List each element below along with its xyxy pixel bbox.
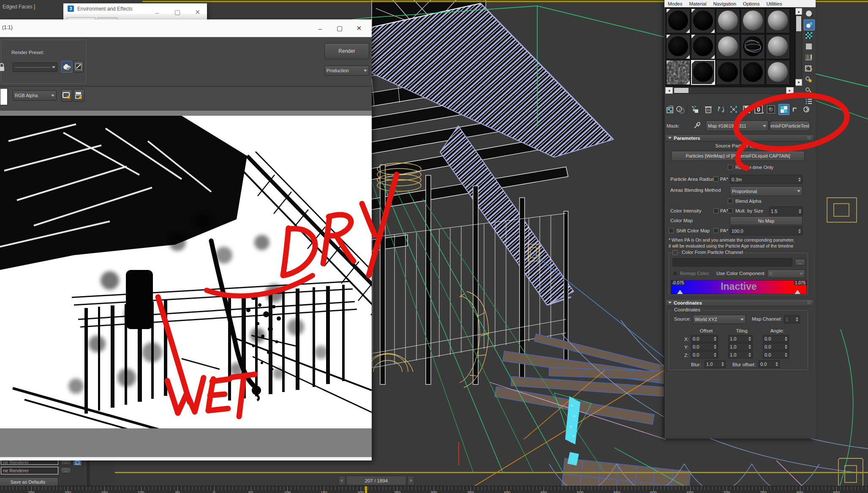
channel-field[interactable] [672, 258, 792, 267]
reset-map-icon[interactable] [716, 104, 726, 114]
z-offset-spinner[interactable]: 0.0 [691, 351, 718, 359]
spinner-arrows[interactable] [714, 353, 716, 357]
spinner-arrows[interactable] [748, 337, 751, 341]
y-angle-spinner[interactable]: 0.0 [763, 343, 789, 351]
spinner-arrows[interactable] [714, 345, 716, 349]
samples-scroll-down-button[interactable]: ▾ [795, 79, 802, 86]
color-map-button[interactable]: No Map [730, 216, 803, 225]
menu-navigation[interactable]: Navigation [713, 1, 736, 6]
sample-type-icon[interactable] [804, 8, 814, 19]
make-preview-icon[interactable] [804, 63, 814, 74]
material-sample-2[interactable] [691, 8, 715, 33]
y-offset-spinner[interactable]: 0.0 [691, 343, 718, 351]
particle-area-radius-pa-checkbox[interactable] [713, 177, 718, 182]
gradient-marker-left-icon[interactable] [677, 290, 683, 294]
source-dropdown[interactable]: World XYZ [693, 315, 746, 324]
map-type-button[interactable]: enixFDParticleText [770, 121, 810, 131]
map-name-dropdown[interactable]: Map #1861902311 [706, 120, 768, 131]
rfw-horizontal-scrollbar[interactable] [0, 457, 372, 460]
color-from-channel-checkbox[interactable] [672, 250, 678, 255]
save-image-button[interactable] [61, 89, 72, 102]
rfw-minimize-button[interactable]: – [311, 19, 329, 37]
eyedropper-icon[interactable] [692, 120, 702, 130]
show-map-in-viewport-icon[interactable] [778, 104, 789, 115]
show-background-icon[interactable] [766, 104, 776, 114]
spinner-arrows[interactable] [785, 353, 787, 357]
spinner-arrows[interactable] [748, 353, 751, 357]
material-id-icon[interactable]: 0 [754, 104, 764, 114]
next-frame-button[interactable]: > [407, 476, 414, 485]
viewport-label[interactable]: Edged Faces ] [3, 4, 35, 10]
material-sample-11[interactable] [666, 60, 690, 85]
material-sample-5[interactable] [766, 8, 790, 33]
material-sample-6[interactable] [666, 34, 690, 59]
current-frame-marker[interactable] [365, 486, 367, 493]
menu-options[interactable]: Options [743, 1, 760, 6]
go-to-parent-icon[interactable] [790, 104, 800, 114]
material-sample-12[interactable] [691, 60, 715, 85]
y-tiling-spinner[interactable]: 1.0 [728, 343, 753, 351]
env-minimize-button[interactable]: – [148, 3, 166, 21]
spinner-arrows[interactable] [785, 337, 787, 341]
spinner-arrows[interactable] [721, 362, 724, 366]
spinner-arrows[interactable] [796, 317, 798, 321]
spinner-arrows[interactable] [775, 362, 778, 366]
samples-hscroll-thumb[interactable] [674, 88, 688, 93]
source-particle-button[interactable]: Particles [WetMap] of [PhoenixFDLiquid C… [671, 151, 805, 161]
mult-by-size-checkbox[interactable] [728, 208, 733, 213]
gradient-marker-right-icon[interactable] [795, 290, 800, 294]
material-sample-1[interactable] [666, 8, 690, 33]
material-sample-8[interactable] [716, 34, 740, 59]
save-as-defaults-button[interactable]: Save as Defaults [0, 477, 58, 487]
samples-scroll-up-button[interactable]: ▴ [795, 8, 802, 15]
sample-tiling-icon[interactable] [804, 41, 814, 52]
coordinates-rollout-header[interactable]: Coordinates ∷ [665, 299, 814, 306]
get-material-icon[interactable] [665, 104, 675, 114]
areas-blending-dropdown[interactable]: Proportional [730, 186, 803, 196]
spinner-arrows[interactable] [748, 345, 751, 349]
parameters-rollout-header[interactable]: Parameters ∷ [665, 134, 814, 142]
env-close-button[interactable]: ✕ [188, 3, 207, 21]
backlight-icon[interactable] [804, 19, 815, 30]
menu-utilities[interactable]: Utilities [766, 1, 782, 6]
blur-offset-spinner[interactable]: 0.0 [759, 360, 780, 368]
renderer-field-2[interactable]: ne Renderer [1, 467, 58, 474]
render-setup-button[interactable] [73, 61, 84, 73]
spinner-arrows[interactable] [798, 177, 801, 182]
prev-frame-button[interactable]: < [338, 476, 346, 485]
rfw-maximize-button[interactable]: ▢ [330, 19, 349, 37]
particle-area-radius-spinner[interactable]: 0.3m [730, 175, 803, 184]
render-time-only-checkbox[interactable] [728, 165, 733, 170]
channel-browse-button[interactable]: ... [795, 259, 805, 266]
clone-image-button[interactable] [73, 89, 84, 102]
put-to-library-icon[interactable] [741, 104, 751, 114]
material-sample-15[interactable] [766, 60, 790, 85]
menu-material[interactable]: Material [689, 1, 707, 6]
blend-alpha-checkbox[interactable] [728, 199, 733, 204]
material-sample-3[interactable] [716, 8, 740, 33]
teapot-render-button[interactable] [61, 61, 72, 73]
x-angle-spinner[interactable]: 0.0 [763, 335, 789, 343]
samples-scroll-left-button[interactable]: ◂ [665, 87, 673, 94]
assign-to-selection-icon[interactable] [690, 104, 700, 114]
background-icon[interactable] [804, 30, 814, 41]
select-by-material-icon[interactable] [804, 85, 814, 95]
renderer-browse-2[interactable]: ... [61, 467, 71, 474]
spinner-arrows[interactable] [785, 345, 787, 349]
blur-spinner[interactable]: 1.0 [705, 360, 726, 368]
put-to-scene-icon[interactable] [675, 104, 686, 114]
spinner-arrows[interactable] [799, 209, 801, 213]
spinner-arrows[interactable] [714, 337, 716, 341]
env-maximize-button[interactable]: ▢ [168, 3, 187, 21]
remap-gradient-bar[interactable]: -0.075 1.075 Inactive [671, 280, 807, 294]
remap-color-checkbox[interactable] [672, 271, 678, 276]
material-sample-13[interactable] [716, 60, 740, 85]
render-button[interactable]: Render [324, 43, 369, 59]
options-icon[interactable] [804, 74, 814, 84]
material-sample-10[interactable] [766, 34, 790, 59]
map-channel-spinner[interactable]: 1 [784, 315, 800, 324]
make-unique-icon[interactable] [729, 104, 739, 114]
samples-scroll-right-button[interactable]: ▸ [786, 87, 794, 94]
render-canvas[interactable] [0, 111, 372, 457]
material-sample-4[interactable] [741, 8, 765, 33]
